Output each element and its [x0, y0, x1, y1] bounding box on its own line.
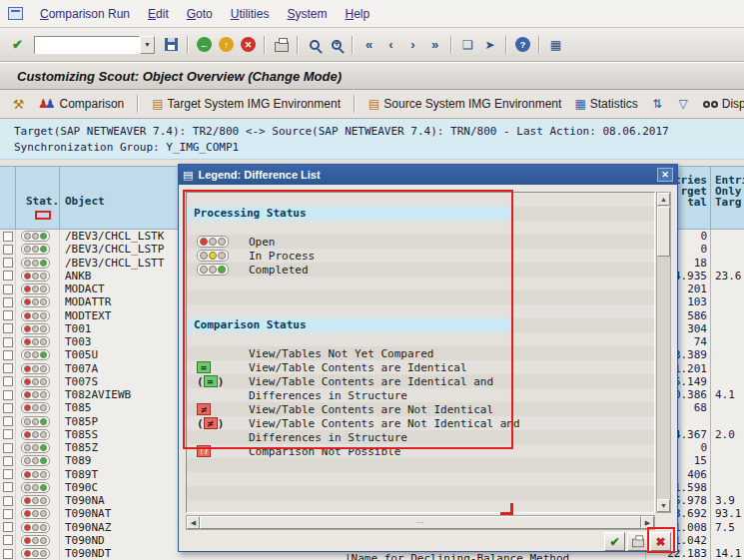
entries-only-target-value: 23.6	[711, 270, 744, 282]
vertical-scroll-thumb[interactable]	[657, 207, 670, 257]
dialog-icon: ▤	[183, 169, 193, 182]
enter-icon[interactable]: ✔	[8, 35, 27, 55]
legend-row: View/Tables Not Yet Compared	[187, 346, 654, 360]
comparison-button[interactable]: ♟♟ Comparison	[35, 95, 127, 113]
legend-list: Processing StatusOpenIn ProcessCompleted…	[186, 192, 655, 513]
scroll-down-icon[interactable]: ▼	[657, 499, 670, 512]
scroll-up-icon[interactable]: ▲	[657, 193, 670, 206]
traffic-light-yellow-icon	[197, 250, 229, 262]
find-next-icon[interactable]	[327, 35, 346, 55]
row-checkbox[interactable]	[3, 284, 13, 294]
shortcut-icon[interactable]: ➤	[480, 35, 499, 55]
exit-icon[interactable]: ↑	[217, 35, 236, 55]
row-checkbox[interactable]	[3, 390, 13, 400]
sort-icon[interactable]: ⇅	[648, 94, 667, 114]
menu-system[interactable]: System	[278, 4, 336, 24]
row-checkbox[interactable]	[3, 310, 13, 320]
menu-utilities[interactable]: Utilities	[222, 4, 279, 24]
command-field[interactable]	[34, 36, 140, 54]
source-img-environment-button[interactable]: ▤ Source System IMG Environment	[366, 95, 564, 113]
menu-items: Comparison RunEditGotoUtilitiesSystemHel…	[31, 4, 378, 24]
processing-status-icon	[21, 231, 50, 242]
help-icon[interactable]: ?	[513, 35, 532, 55]
processing-status-icon	[21, 244, 50, 255]
processing-status-icon	[21, 336, 50, 347]
cancel-button[interactable]: ✖	[650, 532, 671, 551]
menu-goto[interactable]: Goto	[178, 4, 222, 24]
row-checkbox[interactable]	[3, 363, 13, 373]
legend-row: Open	[187, 235, 654, 249]
continue-button[interactable]: ✔	[604, 532, 625, 551]
legend-row: !?Comparison Not Possible	[187, 444, 654, 458]
display-button[interactable]: Display	[700, 95, 744, 113]
row-checkbox[interactable]	[3, 443, 13, 453]
target-img-environment-button[interactable]: ▤ Target System IMG Environment	[149, 95, 344, 113]
processing-status-icon	[21, 402, 50, 413]
legend-section-title: Processing Status	[187, 207, 513, 221]
menu-bar: Comparison RunEditGotoUtilitiesSystemHel…	[0, 0, 744, 28]
sap-window-icon	[8, 7, 23, 20]
first-page-icon[interactable]: «	[360, 35, 378, 55]
print-icon[interactable]	[272, 35, 291, 55]
vertical-scrollbar[interactable]: ▲ ▼	[656, 192, 671, 513]
menu-help[interactable]: Help	[337, 4, 379, 24]
menu-comparison-run[interactable]: Comparison Run	[31, 4, 139, 24]
processing-status-icon	[21, 258, 50, 269]
dialog-title-bar[interactable]: ▤ Legend: Difference List ✕	[179, 165, 677, 185]
find-icon[interactable]	[305, 35, 324, 55]
row-checkbox[interactable]	[3, 549, 13, 559]
entries-only-target-value: 14.1	[711, 547, 744, 560]
menu-edit[interactable]: Edit	[139, 4, 178, 24]
row-checkbox[interactable]	[3, 469, 13, 479]
horizontal-scroll-thumb[interactable]: ···	[200, 516, 641, 529]
processing-status-icon	[21, 429, 50, 440]
scroll-right-icon[interactable]: ▶	[641, 516, 654, 529]
row-checkbox[interactable]	[3, 482, 13, 492]
print-button[interactable]	[627, 532, 648, 551]
next-page-icon[interactable]: ›	[403, 35, 422, 55]
page-title: Customizing Scout: Object Overview (Chan…	[17, 69, 342, 84]
row-checkbox[interactable]	[3, 429, 13, 439]
row-checkbox[interactable]	[3, 522, 13, 532]
statistics-button[interactable]: ▦ Statistics	[571, 95, 640, 113]
row-checkbox[interactable]	[3, 258, 13, 268]
row-checkbox[interactable]	[3, 337, 13, 347]
legend-blank-row	[187, 193, 654, 207]
row-checkbox[interactable]	[3, 323, 13, 333]
row-checkbox[interactable]	[3, 245, 13, 255]
row-checkbox[interactable]	[3, 535, 13, 545]
legend-row: (≠)View/Table Contents are Not Identical…	[187, 416, 654, 430]
row-checkbox[interactable]	[3, 350, 13, 360]
system-toolbar: ✔▼←↑✕«‹›»❏➤?▦	[0, 28, 744, 62]
command-field-dropdown-icon[interactable]: ▼	[140, 36, 155, 54]
row-checkbox[interactable]	[3, 232, 13, 242]
row-checkbox[interactable]	[3, 496, 13, 506]
legend-blank-row	[187, 458, 654, 472]
filter-icon[interactable]: ▽	[674, 94, 693, 114]
save-icon[interactable]	[162, 35, 181, 55]
legend-section-header: Processing Status	[187, 207, 654, 221]
row-checkbox[interactable]	[3, 416, 13, 426]
new-session-icon[interactable]: ❏	[458, 35, 477, 55]
legend-label: View/Table Contents are Not Identical an…	[249, 417, 520, 430]
dialog-close-icon[interactable]: ✕	[657, 168, 673, 182]
cancel-icon[interactable]: ✕	[239, 35, 258, 55]
row-checkbox[interactable]	[3, 456, 13, 466]
dialog-buttons: ✔ ✖	[604, 532, 671, 551]
command-field-group: ▼	[34, 36, 155, 54]
back-icon[interactable]: ←	[195, 35, 214, 55]
traffic-light-red-icon	[197, 236, 229, 248]
tools-icon[interactable]: ⚒	[9, 94, 28, 114]
scroll-left-icon[interactable]: ◀	[187, 516, 200, 529]
img-hierarchy-icon: ▤	[152, 97, 163, 111]
row-checkbox[interactable]	[3, 297, 13, 307]
layout-icon[interactable]: ▦	[546, 35, 565, 55]
horizontal-scrollbar[interactable]: ◀ ··· ▶	[186, 515, 655, 530]
row-checkbox[interactable]	[3, 509, 13, 519]
row-checkbox[interactable]	[3, 403, 13, 413]
last-page-icon[interactable]: »	[425, 35, 444, 55]
row-checkbox[interactable]	[3, 376, 13, 386]
row-checkbox[interactable]	[3, 271, 13, 280]
display-label: Display	[722, 97, 744, 111]
previous-page-icon[interactable]: ‹	[381, 35, 400, 55]
